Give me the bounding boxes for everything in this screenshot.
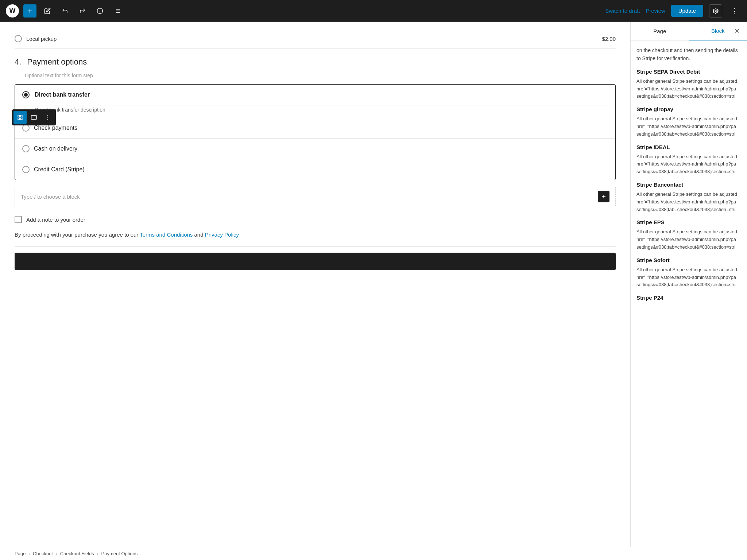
p24-title: Stripe P24	[636, 295, 741, 301]
list-view-button[interactable]	[111, 4, 124, 18]
block-type-button[interactable]	[13, 111, 27, 124]
svg-rect-14	[31, 116, 37, 120]
breadcrumb-sep-2: ›	[56, 552, 57, 556]
privacy-link[interactable]: Privacy Policy	[205, 232, 239, 238]
place-order-area	[15, 253, 616, 270]
add-note-row: Add a note to your order	[15, 216, 616, 223]
svg-rect-10	[18, 115, 20, 117]
legal-prefix: By proceeding with your purchase you agr…	[15, 232, 140, 238]
sidebar-section-eps: Stripe EPS All other general Stripe sett…	[636, 219, 741, 251]
sidebar-section-ideal: Stripe iDEAL All other general Stripe se…	[636, 144, 741, 176]
check-radio	[22, 124, 30, 132]
sidebar-section-sepa: Stripe SEPA Direct Debit All other gener…	[636, 69, 741, 100]
content-area: Local pickup $2.00 4. Payment options Op…	[0, 22, 630, 547]
add-block-button[interactable]: +	[23, 4, 36, 18]
ideal-desc: All other general Stripe settings can be…	[636, 153, 741, 176]
sidebar-close-button[interactable]: ✕	[731, 25, 743, 37]
section-number: 4.	[15, 57, 21, 67]
optional-text: Optional text for this form step.	[15, 73, 616, 78]
payment-option-credit-card[interactable]: Credit Card (Stripe)	[15, 159, 615, 180]
switch-to-draft-button[interactable]: Switch to draft	[605, 8, 640, 14]
payment-option-direct-bank[interactable]: Direct bank transfer Direct bank transfe…	[15, 85, 615, 118]
preview-button[interactable]: Preview	[646, 8, 665, 14]
divider	[15, 246, 616, 247]
section-header: 4. Payment options	[15, 57, 616, 67]
add-note-checkbox[interactable]	[15, 216, 22, 223]
settings-button[interactable]	[709, 4, 722, 18]
breadcrumb: Page › Checkout › Checkout Fields › Paym…	[0, 547, 747, 560]
topbar: W + Switch to draft Preview Update	[0, 0, 747, 22]
breadcrumb-checkout-fields: Checkout Fields	[60, 551, 94, 556]
local-pickup-price: $2.00	[602, 36, 616, 42]
breadcrumb-checkout: Checkout	[33, 551, 53, 556]
more-options-button[interactable]: ⋮	[728, 4, 741, 18]
local-pickup-row: Local pickup $2.00	[15, 31, 616, 48]
sidebar: Page Block ✕ on the checkout and then se…	[630, 22, 747, 547]
sidebar-content: on the checkout and then sending the det…	[631, 40, 747, 310]
local-pickup-radio[interactable]	[15, 35, 22, 42]
breadcrumb-sep-3: ›	[97, 552, 98, 556]
sidebar-section-giropay: Stripe giropay All other general Stripe …	[636, 106, 741, 138]
direct-bank-label: Direct bank transfer	[35, 92, 90, 98]
direct-bank-radio	[22, 91, 30, 98]
credit-card-label: Credit Card (Stripe)	[34, 166, 85, 173]
sidebar-intro-text: on the checkout and then sending the det…	[636, 46, 741, 63]
sidebar-section-bancontact: Stripe Bancontact All other general Stri…	[636, 182, 741, 213]
add-note-label: Add a note to your order	[26, 217, 85, 223]
eps-title: Stripe EPS	[636, 219, 741, 225]
legal-and: and	[193, 232, 205, 238]
check-label: Check payments	[34, 125, 77, 131]
more-block-options-button[interactable]: ⋮	[41, 111, 54, 124]
cash-label: Cash on delivery	[34, 145, 77, 152]
svg-point-9	[715, 10, 716, 12]
direct-bank-desc: Direct bank transfer description	[15, 105, 615, 118]
sepa-title: Stripe SEPA Direct Debit	[636, 69, 741, 75]
sidebar-section-p24: Stripe P24	[636, 295, 741, 301]
payment-block: ⋮ Direct bank transfer Direct bank trans…	[15, 84, 616, 180]
update-button[interactable]: Update	[671, 5, 703, 17]
undo-button[interactable]	[58, 4, 71, 18]
main-layout: Local pickup $2.00 4. Payment options Op…	[0, 22, 747, 547]
payment-option-check[interactable]: Check payments	[15, 118, 615, 139]
local-pickup-label: Local pickup	[26, 36, 602, 42]
svg-rect-13	[18, 118, 20, 120]
payment-icon-button[interactable]	[27, 111, 40, 124]
type-to-choose-block[interactable]: Type / to choose a block +	[15, 186, 616, 207]
breadcrumb-payment-options: Payment Options	[101, 551, 138, 556]
type-to-choose-add-button[interactable]: +	[598, 191, 609, 202]
wp-logo: W	[6, 4, 19, 18]
svg-rect-11	[20, 115, 22, 117]
type-to-choose-text: Type / to choose a block	[21, 194, 595, 200]
credit-card-radio	[22, 166, 30, 173]
cash-radio	[22, 145, 30, 152]
sofort-desc: All other general Stripe settings can be…	[636, 266, 741, 289]
tab-page[interactable]: Page	[631, 22, 689, 40]
giropay-desc: All other general Stripe settings can be…	[636, 115, 741, 138]
giropay-title: Stripe giropay	[636, 106, 741, 112]
topbar-right: Switch to draft Preview Update ⋮	[605, 4, 741, 18]
bancontact-title: Stripe Bancontact	[636, 182, 741, 188]
svg-rect-12	[20, 118, 22, 120]
redo-button[interactable]	[76, 4, 89, 18]
payment-option-cash[interactable]: Cash on delivery	[15, 139, 615, 159]
info-button[interactable]	[93, 4, 107, 18]
eps-desc: All other general Stripe settings can be…	[636, 228, 741, 251]
sidebar-section-sofort: Stripe Sofort All other general Stripe s…	[636, 257, 741, 289]
bancontact-desc: All other general Stripe settings can be…	[636, 191, 741, 213]
ideal-title: Stripe iDEAL	[636, 144, 741, 150]
sepa-desc: All other general Stripe settings can be…	[636, 78, 741, 100]
sofort-title: Stripe Sofort	[636, 257, 741, 263]
pencil-button[interactable]	[41, 4, 54, 18]
legal-text: By proceeding with your purchase you agr…	[15, 230, 616, 239]
floating-toolbar: ⋮	[12, 109, 56, 125]
sidebar-tabs: Page Block ✕	[631, 22, 747, 40]
breadcrumb-page: Page	[15, 551, 26, 556]
breadcrumb-sep-1: ›	[28, 552, 30, 556]
section-title: Payment options	[27, 57, 87, 67]
terms-link[interactable]: Terms and Conditions	[140, 232, 193, 238]
